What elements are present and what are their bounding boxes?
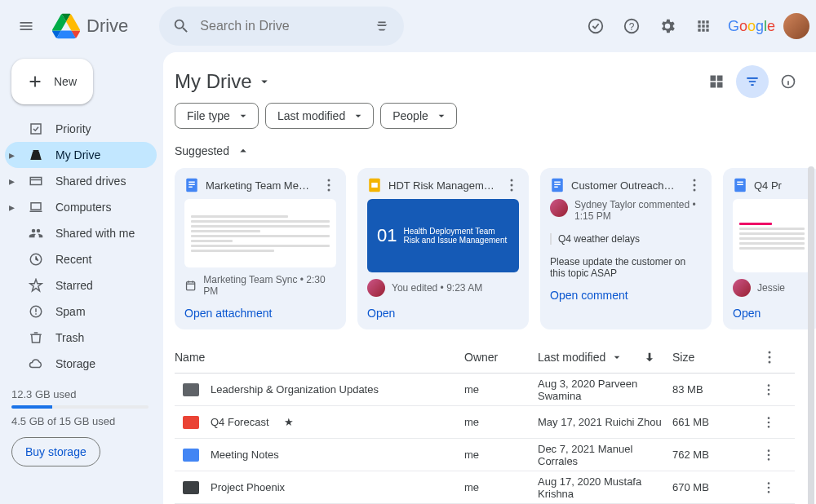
comment-body: Please update the customer on this topic… [550, 256, 702, 279]
details-button[interactable] [772, 65, 805, 98]
location-title[interactable]: My Drive [175, 70, 272, 93]
chevron-up-icon [236, 144, 251, 158]
search-options-icon[interactable] [373, 17, 391, 35]
sidebar-item-shared-with-me[interactable]: Shared with me [5, 220, 157, 246]
suggested-card[interactable]: Q4 Pr Jessie Open [723, 168, 816, 329]
search-icon [172, 17, 190, 35]
more-icon[interactable] [762, 350, 777, 365]
folder-icon [183, 449, 199, 462]
storage-summary: 12.3 GB used 4.5 GB of 15 GB used Buy st… [11, 388, 157, 466]
account-avatar[interactable] [783, 13, 809, 39]
plus-icon [26, 73, 44, 91]
card-thumbnail: 01Health Deployment Team Risk and Issue … [367, 199, 519, 272]
suggested-card[interactable]: Marketing Team Meetin… Marketing Team Sy… [175, 168, 346, 329]
drive-logo[interactable]: Drive [52, 12, 153, 40]
col-modified[interactable]: Last modified [538, 351, 672, 364]
header-actions: ? Google [579, 10, 809, 42]
card-action[interactable]: Open attachment [184, 303, 336, 320]
editor-avatar [733, 279, 751, 297]
sidebar-item-computers[interactable]: ▸Computers [5, 194, 157, 220]
storage-quota-text: 4.5 GB of 15 GB used [11, 415, 149, 427]
sidebar-item-my-drive[interactable]: ▸My Drive [5, 142, 157, 168]
new-button-label: New [54, 75, 77, 88]
storage-used-text: 12.3 GB used [11, 388, 149, 400]
chip-last-modified[interactable]: Last modified [265, 103, 374, 129]
table-row[interactable]: Q4 Forecast ★ me May 17, 2021 Ruichi Zho… [175, 406, 795, 439]
info-icon [780, 73, 796, 90]
star-icon [29, 278, 43, 293]
main-menu-button[interactable] [7, 7, 46, 46]
more-icon[interactable] [762, 481, 775, 494]
buy-storage-button[interactable]: Buy storage [11, 437, 100, 466]
chip-file-type[interactable]: File type [175, 103, 259, 129]
filter-icon [744, 73, 761, 90]
card-action[interactable]: Open [733, 303, 811, 320]
suggested-section-toggle[interactable]: Suggested [175, 139, 816, 163]
table-header: Name Owner Last modified Size [175, 341, 795, 374]
caret-down-icon [435, 109, 448, 122]
docs-icon [184, 178, 199, 192]
layout-toggle-button[interactable] [700, 65, 733, 98]
sidebar-item-spam[interactable]: Spam [5, 298, 157, 325]
sort-arrow-down-icon[interactable] [643, 351, 656, 364]
card-thumbnail [733, 199, 811, 272]
folder-icon [183, 481, 199, 494]
trash-icon [29, 330, 43, 345]
commenter-avatar [550, 199, 568, 217]
more-icon[interactable] [504, 178, 519, 192]
col-size[interactable]: Size [672, 351, 762, 364]
settings-button[interactable] [651, 10, 684, 42]
drive-folder-icon [29, 148, 43, 162]
chip-people[interactable]: People [380, 103, 457, 129]
svg-rect-12 [371, 183, 378, 188]
table-row[interactable]: Project Phoenix me Aug 17, 2020 Mustafa … [175, 471, 795, 504]
suggested-card[interactable]: Customer Outreach… Sydney Taylor comment… [540, 168, 712, 329]
card-thumbnail [184, 199, 336, 267]
star-icon: ★ [284, 416, 294, 428]
caret-down-icon [237, 109, 250, 122]
calendar-icon [184, 279, 197, 292]
new-button[interactable]: New [11, 59, 93, 104]
svg-rect-10 [187, 282, 195, 290]
apps-grid-icon [695, 18, 712, 34]
card-action[interactable]: Open comment [550, 285, 702, 302]
card-action[interactable]: Open [367, 303, 519, 320]
comment-quote: Q4 weather delays [550, 233, 702, 245]
svg-rect-14 [554, 182, 561, 183]
svg-rect-9 [188, 187, 193, 188]
suggested-card[interactable]: HDT Risk Management 01Health Deployment … [357, 168, 529, 329]
sidebar-item-recent[interactable]: Recent [5, 246, 157, 272]
folder-icon [183, 383, 199, 396]
apps-button[interactable] [687, 10, 720, 42]
svg-rect-15 [554, 184, 561, 186]
more-icon[interactable] [322, 178, 336, 192]
sidebar-item-trash[interactable]: Trash [5, 325, 157, 351]
more-icon[interactable] [762, 383, 775, 396]
more-icon[interactable] [762, 449, 775, 462]
docs-icon [733, 178, 747, 192]
svg-rect-19 [737, 184, 743, 186]
more-icon[interactable] [762, 416, 775, 429]
caret-down-icon [352, 109, 365, 122]
table-row[interactable]: Meeting Notes me Dec 7, 2021 Manuel Corr… [175, 439, 795, 471]
spam-icon [29, 304, 43, 319]
svg-rect-8 [188, 184, 195, 186]
search-input[interactable] [200, 19, 363, 33]
sidebar-item-storage[interactable]: Storage [5, 351, 157, 377]
col-name[interactable]: Name [175, 351, 464, 364]
view-filter-button[interactable] [736, 65, 769, 98]
main-content: My Drive File type Last modified People … [163, 52, 816, 504]
file-table: Name Owner Last modified Size Leadership… [175, 341, 816, 504]
more-icon[interactable] [687, 178, 702, 192]
caret-down-icon [257, 74, 272, 89]
offline-status-button[interactable] [579, 10, 612, 42]
sidebar-item-starred[interactable]: Starred [5, 272, 157, 298]
sidebar-item-shared-drives[interactable]: ▸Shared drives [5, 168, 157, 194]
table-row[interactable]: Leadership & Organization Updates me Aug… [175, 374, 795, 406]
sidebar-item-priority[interactable]: Priority [5, 116, 157, 142]
help-button[interactable]: ? [615, 10, 648, 42]
col-owner[interactable]: Owner [464, 351, 538, 364]
search-bar[interactable] [159, 7, 404, 46]
google-logo[interactable]: Google [728, 18, 775, 35]
scrollbar[interactable] [808, 166, 814, 504]
